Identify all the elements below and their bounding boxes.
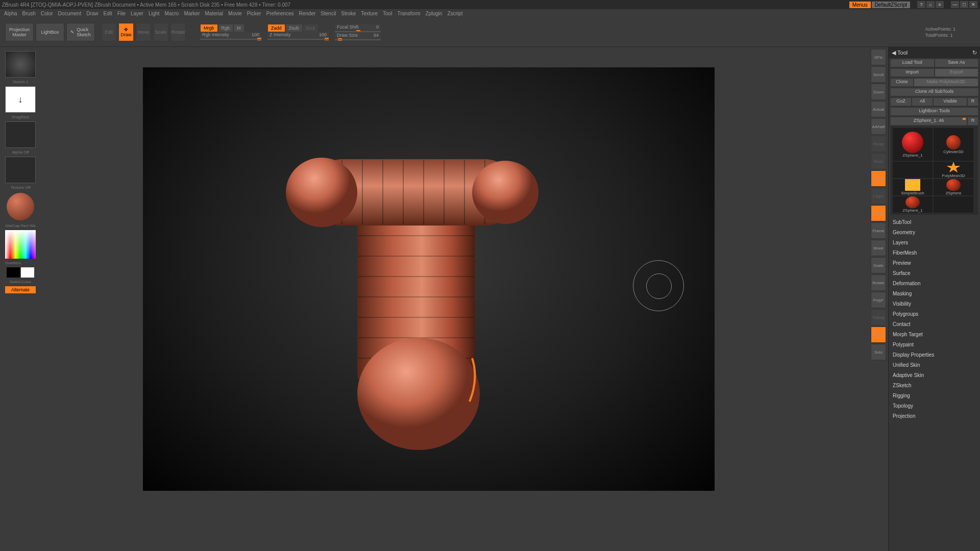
menu-draw[interactable]: Draw xyxy=(86,11,98,16)
rotate-view-button[interactable]: Rotate xyxy=(871,274,886,291)
aahalf-button[interactable]: AAHalf xyxy=(871,118,886,135)
menu-edit[interactable]: Edit xyxy=(104,11,112,16)
tool-empty1[interactable] xyxy=(893,162,933,178)
menu-layer[interactable]: Layer xyxy=(131,11,143,16)
load-tool-button[interactable]: Load Tool xyxy=(891,59,934,67)
maximize-icon[interactable]: □ xyxy=(960,1,968,8)
section-unified-skin[interactable]: Unified Skin xyxy=(893,360,976,370)
transp-button[interactable]: Transp xyxy=(871,309,886,325)
lightbox-button[interactable]: LightBox xyxy=(36,23,64,41)
menu-alpha[interactable]: Alpha xyxy=(4,11,17,16)
tool-polymesh3d[interactable]: PolyMesh3D xyxy=(934,162,973,178)
xpose-button[interactable]: Xpose xyxy=(871,205,886,221)
menu-color[interactable]: Color xyxy=(41,11,53,16)
tool-zsphere1[interactable]: ZSphere_1 xyxy=(893,128,933,161)
menu-zplugin[interactable]: Zplugin xyxy=(426,11,443,16)
scale-view-button[interactable]: Scale xyxy=(871,257,886,273)
z-intensity-slider[interactable]: Z Intensity100 xyxy=(267,32,329,39)
quicksketch-button[interactable]: ✎Quick Sketch xyxy=(66,23,95,41)
actual-button[interactable]: Actual xyxy=(871,101,886,117)
zsub-button[interactable]: Zsub xyxy=(286,24,302,32)
draw-button[interactable]: ✥Draw xyxy=(118,23,134,41)
section-surface[interactable]: Surface xyxy=(893,268,976,278)
material-thumbnail[interactable] xyxy=(7,193,34,220)
section-morph-target[interactable]: Morph Target xyxy=(893,329,976,339)
menu-preferences[interactable]: Preferences xyxy=(266,11,294,16)
section-preview[interactable]: Preview xyxy=(893,258,976,268)
section-layers[interactable]: Layers xyxy=(893,237,976,247)
stroke-thumbnail[interactable]: ↓ xyxy=(5,86,36,113)
swatch-black[interactable] xyxy=(7,267,20,278)
menu-file[interactable]: File xyxy=(117,11,126,16)
ghost-button[interactable]: Ghost xyxy=(871,327,886,343)
focal-shift-slider[interactable]: Focal Shift0 xyxy=(335,24,381,31)
floor-button[interactable]: Floor xyxy=(871,153,886,169)
menu-picker[interactable]: Picker xyxy=(247,11,261,16)
scroll-button[interactable]: Scroll xyxy=(871,66,886,83)
scale-button[interactable]: Scale xyxy=(153,23,168,41)
tool-panel-header[interactable]: ◀ Tool ↻ xyxy=(889,47,980,58)
menu-transform[interactable]: Transform xyxy=(397,11,420,16)
pin-icon[interactable]: ◀ xyxy=(892,49,896,56)
canvas[interactable] xyxy=(143,67,715,491)
reload-icon[interactable]: ↻ xyxy=(972,49,977,56)
menus-button[interactable]: Menus xyxy=(849,2,871,8)
swatch-white[interactable] xyxy=(21,267,34,278)
menu-document[interactable]: Document xyxy=(58,11,82,16)
section-deformation[interactable]: Deformation xyxy=(893,278,976,288)
move-view-button[interactable]: Move xyxy=(871,240,886,256)
draw-size-slider[interactable]: Draw Size64 xyxy=(335,32,381,39)
section-zsketch[interactable]: ZSketch xyxy=(893,380,976,390)
section-subtool[interactable]: SubTool xyxy=(893,217,976,227)
menu-tool[interactable]: Tool xyxy=(383,11,392,16)
menu-brush[interactable]: Brush xyxy=(22,11,36,16)
zoom-button[interactable]: Zoom xyxy=(871,84,886,100)
menu-material[interactable]: Material xyxy=(205,11,224,16)
goz-all-button[interactable]: All xyxy=(912,98,933,106)
tool-cylinder3d[interactable]: Cylinder3D xyxy=(934,128,973,161)
alternate-button[interactable]: Alternate xyxy=(5,286,36,293)
tool-zsphere1b[interactable]: ZSphere_1 xyxy=(893,196,933,213)
switchcolor-button[interactable]: SwitchColor xyxy=(2,280,39,284)
move-button[interactable]: Move xyxy=(136,23,151,41)
section-visibility[interactable]: Visibility xyxy=(893,298,976,309)
make-polymesh-button[interactable]: Make PolyMesh3D xyxy=(914,79,978,86)
home-icon[interactable]: ⌂ xyxy=(926,1,935,8)
mrgb-button[interactable]: Mrgb xyxy=(201,24,217,32)
brush-thumbnail[interactable] xyxy=(5,51,36,78)
section-projection[interactable]: Projection xyxy=(893,411,976,421)
spix-button[interactable]: SPix xyxy=(871,49,886,65)
goz-button[interactable]: GoZ xyxy=(891,98,911,106)
local-button[interactable]: Local xyxy=(871,170,886,187)
lsym-button[interactable]: LSym xyxy=(871,188,886,204)
goz-visible-button[interactable]: Visible xyxy=(934,98,967,106)
tool-zsphere[interactable]: ZSphere xyxy=(934,179,973,195)
section-polypaint[interactable]: Polypaint xyxy=(893,339,976,349)
grid-icon[interactable]: ≡ xyxy=(936,1,944,8)
section-masking[interactable]: Masking xyxy=(893,288,976,298)
projection-master-button[interactable]: Projection Master xyxy=(5,23,34,41)
default-script-button[interactable]: DefaultZScript xyxy=(872,2,910,8)
color-picker[interactable] xyxy=(5,230,36,259)
goz-r-button[interactable]: R xyxy=(968,98,978,106)
section-polygroups[interactable]: Polygroups xyxy=(893,309,976,319)
frame-button[interactable]: Frame xyxy=(871,222,886,239)
menu-macro[interactable]: Macro xyxy=(165,11,179,16)
close-icon[interactable]: ✕ xyxy=(969,1,977,8)
menu-movie[interactable]: Movie xyxy=(228,11,242,16)
zcut-button[interactable]: Zcut xyxy=(303,24,318,32)
persp-button[interactable]: Persp xyxy=(871,136,886,152)
tool-simplebrush[interactable]: SSimpleBrush xyxy=(893,179,933,195)
menu-stroke[interactable]: Stroke xyxy=(341,11,356,16)
tool-empty2[interactable] xyxy=(934,196,973,213)
clone-all-subtools-button[interactable]: Clone All SubTools xyxy=(891,88,978,96)
lightbox-tools-button[interactable]: Lightbox› Tools xyxy=(891,108,978,115)
section-adaptive-skin[interactable]: Adaptive Skin xyxy=(893,370,976,380)
section-contact[interactable]: Contact xyxy=(893,319,976,329)
rotate-button[interactable]: Rotate xyxy=(170,23,186,41)
menu-texture[interactable]: Texture xyxy=(361,11,378,16)
menu-zscript[interactable]: Zscript xyxy=(447,11,462,16)
alpha-thumbnail[interactable] xyxy=(5,121,36,148)
texture-thumbnail[interactable] xyxy=(5,157,36,183)
help-icon[interactable]: ? xyxy=(917,1,925,8)
